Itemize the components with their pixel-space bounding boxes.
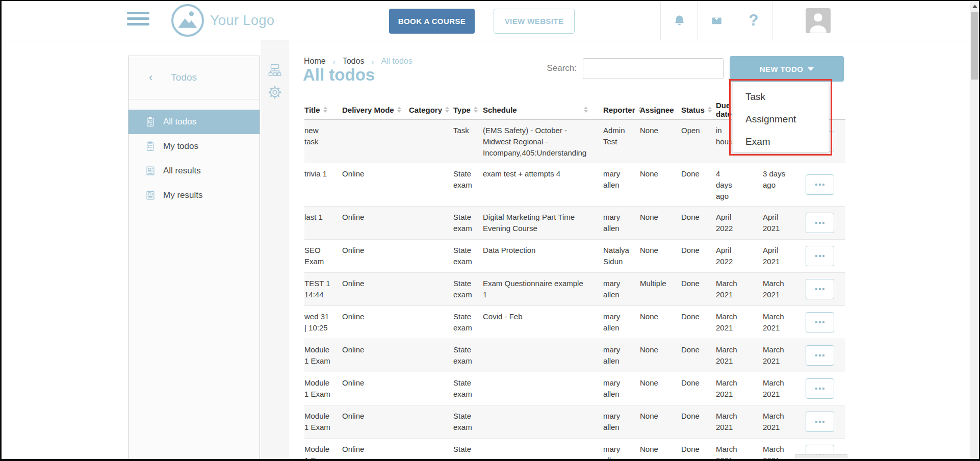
sidebar: ‹ Todos All todosMy todosAll resultsMy r… xyxy=(128,56,260,459)
cell-assignee: None xyxy=(638,240,679,272)
user-avatar[interactable] xyxy=(806,8,831,33)
settings-gear-icon[interactable] xyxy=(267,85,282,100)
column-header-label: Delivery Mode xyxy=(342,106,394,114)
vertical-scrollbar[interactable] xyxy=(970,1,979,460)
cell-status: Done xyxy=(679,372,709,405)
cell-delivery: Online xyxy=(337,339,406,372)
view-website-button[interactable]: VIEW WEBSITE xyxy=(494,9,575,34)
notifications-bell-icon[interactable] xyxy=(664,1,694,40)
sidebar-item-all-results[interactable]: All results xyxy=(128,159,260,183)
sort-arrows-icon[interactable] xyxy=(445,107,449,113)
cell-schedule xyxy=(480,439,601,461)
sort-arrows-icon[interactable] xyxy=(584,107,588,113)
divider xyxy=(698,1,698,40)
column-header-category[interactable]: Category xyxy=(406,100,451,119)
column-header-title[interactable]: Title xyxy=(304,100,337,119)
sitemap-icon[interactable] xyxy=(267,63,282,78)
top-bar: Your Logo BOOK A COURSE VIEW WEBSITE ? xyxy=(2,1,979,40)
table-row: Module 1 ExamOnlineState exammary allenN… xyxy=(304,439,845,461)
sidebar-item-my-todos[interactable]: My todos xyxy=(128,134,260,159)
cell-schedule xyxy=(480,405,601,438)
row-actions-button[interactable] xyxy=(806,312,834,332)
column-header-reporter[interactable]: Reporter xyxy=(601,100,638,119)
cell-status: Done xyxy=(679,439,709,461)
cell-delivery xyxy=(337,120,406,163)
scrollbar-thumb[interactable] xyxy=(971,12,978,80)
cell-title: Module 1 Exam xyxy=(304,339,337,372)
sort-arrows-icon[interactable] xyxy=(397,107,401,113)
cell-category xyxy=(406,207,451,239)
column-header-schedule[interactable]: Schedule xyxy=(480,100,601,119)
cell-done: April 2021 xyxy=(759,240,806,272)
row-actions-button[interactable] xyxy=(806,378,834,399)
help-icon[interactable]: ? xyxy=(739,1,768,40)
menu-item-assignment[interactable]: Assignment xyxy=(733,108,829,131)
cell-assignee: None xyxy=(638,207,679,239)
search-label: Search: xyxy=(527,63,577,73)
search-input[interactable] xyxy=(583,58,724,79)
cell-actions xyxy=(806,240,845,272)
cell-done: April 2021 xyxy=(759,207,806,239)
cell-status: Open xyxy=(679,120,709,163)
cell-delivery: Online xyxy=(337,372,406,405)
row-actions-button[interactable] xyxy=(806,246,834,266)
cell-actions xyxy=(806,339,845,372)
cell-schedule: Digital Marketing Part Time Evening Cour… xyxy=(480,207,601,239)
row-actions-button[interactable] xyxy=(806,279,834,299)
cell-title: Module 1 Exam xyxy=(304,372,337,405)
results-icon xyxy=(145,165,156,176)
menu-item-task[interactable]: Task xyxy=(733,86,829,108)
cell-category xyxy=(406,120,451,163)
row-actions-button[interactable] xyxy=(806,174,834,195)
book-a-course-button[interactable]: BOOK A COURSE xyxy=(389,9,475,34)
new-todo-dropdown-menu: Task Assignment Exam xyxy=(732,82,829,152)
cell-schedule xyxy=(480,339,601,372)
inbox-tray-icon[interactable] xyxy=(702,1,731,40)
cell-status: Done xyxy=(679,240,709,272)
breadcrumb-home[interactable]: Home xyxy=(304,57,326,66)
sidebar-back-chevron-icon[interactable]: ‹ xyxy=(149,72,152,83)
column-header-label: Status xyxy=(681,106,705,114)
column-header-label: Category xyxy=(409,106,442,114)
app-logo[interactable]: Your Logo xyxy=(171,4,275,37)
cell-due: March 2021 xyxy=(709,372,759,405)
table-row: Module 1 ExamOnlineState exammary allenN… xyxy=(304,339,845,372)
column-header-label: Title xyxy=(304,106,320,114)
cell-due: March 2021 xyxy=(709,273,759,305)
column-header-assignee: Assignee xyxy=(638,100,679,119)
column-header-label: Assignee xyxy=(640,106,674,114)
cell-due: March 2021 xyxy=(709,439,759,461)
column-header-status[interactable]: Status xyxy=(679,100,709,119)
app-window: Your Logo BOOK A COURSE VIEW WEBSITE ? xyxy=(0,0,980,461)
hamburger-menu-icon[interactable] xyxy=(127,12,149,29)
scrollbar-up-arrow-icon[interactable] xyxy=(972,5,977,8)
sort-arrows-icon[interactable] xyxy=(323,107,327,113)
column-header-delivery-mode[interactable]: Delivery Mode xyxy=(337,100,406,119)
column-header-type[interactable]: Type xyxy=(451,100,480,119)
sidebar-item-my-results[interactable]: My results xyxy=(128,183,260,208)
cell-status: Done xyxy=(679,163,709,206)
table-row: trivia 1OnlineState examexam test + atte… xyxy=(304,163,845,207)
cell-delivery: Online xyxy=(337,405,406,438)
logo-image-icon xyxy=(171,4,204,37)
sidebar-item-all-todos[interactable]: All todos xyxy=(128,110,260,134)
sort-arrows-icon[interactable] xyxy=(474,107,478,113)
breadcrumb-todos[interactable]: Todos xyxy=(343,57,365,66)
cell-type: State exam xyxy=(451,439,480,461)
cell-due: April 2022 xyxy=(709,240,759,272)
cell-title: last 1 xyxy=(304,207,337,239)
new-todo-button[interactable]: NEW TODO xyxy=(730,56,844,82)
cell-delivery: Online xyxy=(337,240,406,272)
cell-reporter: mary allen xyxy=(601,339,638,372)
menu-item-exam[interactable]: Exam xyxy=(733,131,829,153)
cell-delivery: Online xyxy=(337,163,406,206)
cell-actions xyxy=(806,372,845,405)
table-row: SEO ExamOnlineState examData ProtectionN… xyxy=(304,240,845,273)
row-actions-button[interactable] xyxy=(806,213,834,233)
cell-title: trivia 1 xyxy=(304,163,337,206)
row-actions-button[interactable] xyxy=(806,345,834,366)
row-actions-button[interactable] xyxy=(806,412,834,432)
cell-actions xyxy=(806,273,845,305)
page-title: All todos xyxy=(303,65,375,85)
bottom-right-panel-fragment xyxy=(795,454,847,461)
